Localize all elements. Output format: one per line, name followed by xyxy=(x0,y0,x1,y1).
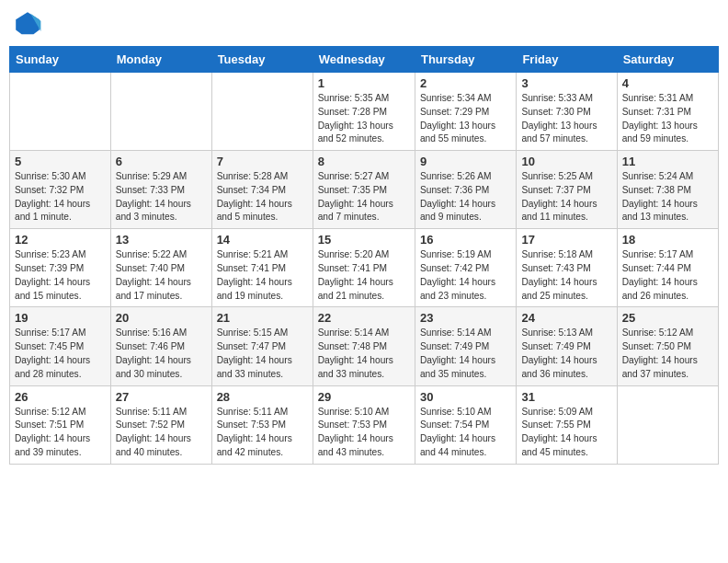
calendar-week-3: 12Sunrise: 5:23 AMSunset: 7:39 PMDayligh… xyxy=(10,229,719,307)
calendar-cell: 27Sunrise: 5:11 AMSunset: 7:52 PMDayligh… xyxy=(110,385,211,464)
calendar-cell xyxy=(10,73,111,151)
calendar-cell: 7Sunrise: 5:28 AMSunset: 7:34 PMDaylight… xyxy=(211,151,313,229)
day-info: Sunrise: 5:17 AMSunset: 7:44 PMDaylight:… xyxy=(622,248,713,303)
calendar-week-5: 26Sunrise: 5:12 AMSunset: 7:51 PMDayligh… xyxy=(10,385,719,464)
day-info: Sunrise: 5:26 AMSunset: 7:36 PMDaylight:… xyxy=(420,170,511,224)
day-info: Sunrise: 5:15 AMSunset: 7:47 PMDaylight:… xyxy=(217,327,308,381)
day-number: 4 xyxy=(622,76,713,90)
day-number: 8 xyxy=(318,155,410,168)
day-info: Sunrise: 5:31 AMSunset: 7:31 PMDaylight:… xyxy=(622,92,713,146)
day-info: Sunrise: 5:11 AMSunset: 7:53 PMDaylight:… xyxy=(217,406,308,460)
calendar-cell: 15Sunrise: 5:20 AMSunset: 7:41 PMDayligh… xyxy=(313,229,415,307)
weekday-header-sunday: Sunday xyxy=(10,47,111,73)
calendar-cell: 24Sunrise: 5:13 AMSunset: 7:49 PMDayligh… xyxy=(517,307,617,385)
calendar-cell: 12Sunrise: 5:23 AMSunset: 7:39 PMDayligh… xyxy=(10,229,111,307)
weekday-header-monday: Monday xyxy=(110,47,211,73)
day-number: 27 xyxy=(116,390,207,404)
day-info: Sunrise: 5:33 AMSunset: 7:30 PMDaylight:… xyxy=(521,92,611,146)
day-info: Sunrise: 5:30 AMSunset: 7:32 PMDaylight:… xyxy=(15,170,106,224)
day-number: 23 xyxy=(420,311,511,325)
calendar-week-2: 5Sunrise: 5:30 AMSunset: 7:32 PMDaylight… xyxy=(10,151,719,229)
calendar-cell: 10Sunrise: 5:25 AMSunset: 7:37 PMDayligh… xyxy=(517,151,617,229)
calendar-week-4: 19Sunrise: 5:17 AMSunset: 7:45 PMDayligh… xyxy=(10,307,719,385)
day-number: 21 xyxy=(217,311,308,325)
page-header xyxy=(9,9,719,39)
weekday-header-tuesday: Tuesday xyxy=(211,47,313,73)
day-number: 26 xyxy=(15,390,106,404)
calendar-cell: 5Sunrise: 5:30 AMSunset: 7:32 PMDaylight… xyxy=(10,151,111,229)
day-info: Sunrise: 5:29 AMSunset: 7:33 PMDaylight:… xyxy=(116,170,207,224)
day-number: 20 xyxy=(116,311,207,325)
calendar-table: SundayMondayTuesdayWednesdayThursdayFrid… xyxy=(9,46,719,465)
day-number: 22 xyxy=(318,311,410,325)
calendar-cell: 28Sunrise: 5:11 AMSunset: 7:53 PMDayligh… xyxy=(211,385,313,464)
day-info: Sunrise: 5:35 AMSunset: 7:28 PMDaylight:… xyxy=(318,92,410,146)
day-number: 30 xyxy=(420,390,511,404)
day-number: 2 xyxy=(420,76,511,90)
calendar-cell: 31Sunrise: 5:09 AMSunset: 7:55 PMDayligh… xyxy=(517,385,617,464)
calendar-cell: 19Sunrise: 5:17 AMSunset: 7:45 PMDayligh… xyxy=(10,307,111,385)
weekday-header-saturday: Saturday xyxy=(617,47,718,73)
day-info: Sunrise: 5:22 AMSunset: 7:40 PMDaylight:… xyxy=(116,248,207,303)
day-info: Sunrise: 5:28 AMSunset: 7:34 PMDaylight:… xyxy=(217,170,308,224)
day-number: 9 xyxy=(420,155,511,168)
day-number: 24 xyxy=(521,311,611,325)
calendar-cell: 4Sunrise: 5:31 AMSunset: 7:31 PMDaylight… xyxy=(617,73,718,151)
day-number: 17 xyxy=(521,233,611,247)
calendar-cell: 8Sunrise: 5:27 AMSunset: 7:35 PMDaylight… xyxy=(313,151,415,229)
day-info: Sunrise: 5:18 AMSunset: 7:43 PMDaylight:… xyxy=(521,248,611,303)
svg-marker-0 xyxy=(16,12,40,34)
day-info: Sunrise: 5:34 AMSunset: 7:29 PMDaylight:… xyxy=(420,92,511,146)
day-number: 18 xyxy=(622,233,713,247)
day-info: Sunrise: 5:19 AMSunset: 7:42 PMDaylight:… xyxy=(420,248,511,303)
calendar-cell: 29Sunrise: 5:10 AMSunset: 7:53 PMDayligh… xyxy=(313,385,415,464)
calendar-cell: 22Sunrise: 5:14 AMSunset: 7:48 PMDayligh… xyxy=(313,307,415,385)
logo xyxy=(13,9,46,39)
day-number: 7 xyxy=(217,155,308,168)
calendar-cell: 1Sunrise: 5:35 AMSunset: 7:28 PMDaylight… xyxy=(313,73,415,151)
day-number: 5 xyxy=(15,155,106,168)
day-info: Sunrise: 5:14 AMSunset: 7:48 PMDaylight:… xyxy=(318,327,410,381)
calendar-cell: 14Sunrise: 5:21 AMSunset: 7:41 PMDayligh… xyxy=(211,229,313,307)
calendar-cell: 21Sunrise: 5:15 AMSunset: 7:47 PMDayligh… xyxy=(211,307,313,385)
day-number: 19 xyxy=(15,311,106,325)
calendar-cell: 26Sunrise: 5:12 AMSunset: 7:51 PMDayligh… xyxy=(10,385,111,464)
day-number: 3 xyxy=(521,76,611,90)
day-number: 15 xyxy=(318,233,410,247)
day-number: 16 xyxy=(420,233,511,247)
day-number: 29 xyxy=(318,390,410,404)
weekday-header-thursday: Thursday xyxy=(415,47,516,73)
calendar-cell: 13Sunrise: 5:22 AMSunset: 7:40 PMDayligh… xyxy=(110,229,211,307)
day-info: Sunrise: 5:20 AMSunset: 7:41 PMDaylight:… xyxy=(318,248,410,303)
day-number: 12 xyxy=(15,233,106,247)
calendar-cell xyxy=(211,73,313,151)
day-number: 6 xyxy=(116,155,207,168)
day-info: Sunrise: 5:10 AMSunset: 7:54 PMDaylight:… xyxy=(420,406,511,460)
weekday-header-wednesday: Wednesday xyxy=(313,47,415,73)
day-info: Sunrise: 5:23 AMSunset: 7:39 PMDaylight:… xyxy=(15,248,106,303)
day-info: Sunrise: 5:09 AMSunset: 7:55 PMDaylight:… xyxy=(521,406,611,460)
day-number: 25 xyxy=(622,311,713,325)
logo-icon xyxy=(13,9,42,39)
day-info: Sunrise: 5:14 AMSunset: 7:49 PMDaylight:… xyxy=(420,327,511,381)
day-number: 11 xyxy=(622,155,713,168)
calendar-cell: 2Sunrise: 5:34 AMSunset: 7:29 PMDaylight… xyxy=(415,73,516,151)
day-info: Sunrise: 5:13 AMSunset: 7:49 PMDaylight:… xyxy=(521,327,611,381)
day-number: 13 xyxy=(116,233,207,247)
day-info: Sunrise: 5:21 AMSunset: 7:41 PMDaylight:… xyxy=(217,248,308,303)
day-number: 10 xyxy=(521,155,611,168)
day-info: Sunrise: 5:12 AMSunset: 7:51 PMDaylight:… xyxy=(15,406,106,460)
calendar-cell: 18Sunrise: 5:17 AMSunset: 7:44 PMDayligh… xyxy=(617,229,718,307)
calendar-cell: 6Sunrise: 5:29 AMSunset: 7:33 PMDaylight… xyxy=(110,151,211,229)
calendar-cell: 3Sunrise: 5:33 AMSunset: 7:30 PMDaylight… xyxy=(517,73,617,151)
day-info: Sunrise: 5:24 AMSunset: 7:38 PMDaylight:… xyxy=(622,170,713,224)
day-info: Sunrise: 5:11 AMSunset: 7:52 PMDaylight:… xyxy=(116,406,207,460)
weekday-header-friday: Friday xyxy=(517,47,617,73)
day-info: Sunrise: 5:25 AMSunset: 7:37 PMDaylight:… xyxy=(521,170,611,224)
day-info: Sunrise: 5:12 AMSunset: 7:50 PMDaylight:… xyxy=(622,327,713,381)
calendar-week-1: 1Sunrise: 5:35 AMSunset: 7:28 PMDaylight… xyxy=(10,73,719,151)
day-number: 1 xyxy=(318,76,410,90)
calendar-cell: 23Sunrise: 5:14 AMSunset: 7:49 PMDayligh… xyxy=(415,307,516,385)
calendar-cell: 16Sunrise: 5:19 AMSunset: 7:42 PMDayligh… xyxy=(415,229,516,307)
day-number: 31 xyxy=(521,390,611,404)
